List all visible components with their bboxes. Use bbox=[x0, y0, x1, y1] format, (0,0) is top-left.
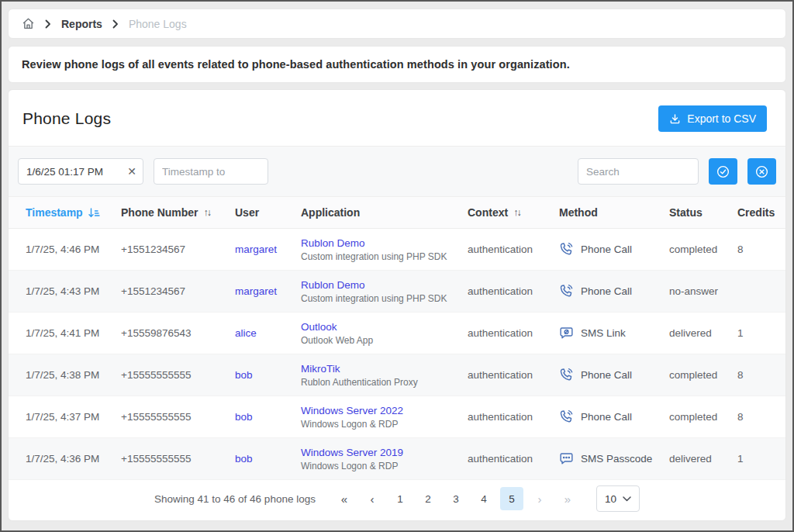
application-link[interactable]: Windows Server 2019 bbox=[301, 447, 403, 458]
application-subtitle: Custom integration using PHP SDK bbox=[301, 251, 468, 262]
method-label: Phone Call bbox=[581, 244, 632, 255]
sort-icon: ↑↓ bbox=[204, 207, 211, 218]
application-link[interactable]: MikroTik bbox=[301, 363, 340, 375]
column-label: Credits bbox=[737, 206, 775, 219]
credits-cell: 8 bbox=[737, 369, 773, 381]
column-label: Status bbox=[669, 206, 703, 219]
column-header-method: Method bbox=[559, 206, 669, 219]
column-label: Timestamp bbox=[26, 206, 83, 219]
application-link[interactable]: Outlook bbox=[301, 321, 337, 333]
panel-header: Phone Logs Export to CSV bbox=[9, 90, 785, 146]
application-cell: MikroTik Rublon Authentication Proxy bbox=[301, 363, 468, 388]
phone-number-cell: +1551234567 bbox=[121, 244, 235, 255]
application-link[interactable]: Rublon Demo bbox=[301, 237, 365, 249]
description-text: Review phone logs of all events related … bbox=[22, 58, 570, 71]
sms-passcode-icon bbox=[559, 451, 574, 466]
chevron-right-icon bbox=[45, 19, 51, 29]
credits-cell: 1 bbox=[737, 453, 773, 465]
method-cell: Phone Call bbox=[559, 409, 669, 424]
credits-cell: 1 bbox=[737, 327, 773, 339]
breadcrumb-item-reports[interactable]: Reports bbox=[61, 18, 102, 30]
user-link[interactable]: bob bbox=[235, 411, 253, 423]
method-label: SMS Passcode bbox=[581, 453, 652, 465]
application-link[interactable]: Rublon Demo bbox=[301, 279, 365, 291]
clear-icon[interactable]: ✕ bbox=[127, 166, 136, 177]
page-button-1[interactable]: 1 bbox=[388, 487, 412, 510]
column-header-application: Application bbox=[301, 206, 468, 219]
method-label: Phone Call bbox=[581, 285, 632, 297]
user-link[interactable]: margaret bbox=[235, 285, 277, 297]
export-button-label: Export to CSV bbox=[687, 112, 756, 125]
timestamp-cell: 1/7/25, 4:43 PM bbox=[26, 285, 121, 297]
user-cell: margaret bbox=[235, 285, 301, 297]
column-header-user: User bbox=[235, 206, 301, 219]
context-cell: authentication bbox=[468, 411, 559, 423]
phone-call-icon bbox=[559, 284, 574, 299]
page-button-4[interactable]: 4 bbox=[472, 487, 495, 510]
page-title: Phone Logs bbox=[22, 109, 111, 128]
method-cell: Phone Call bbox=[559, 284, 669, 299]
chevron-right-icon bbox=[112, 19, 119, 29]
context-cell: authentication bbox=[468, 453, 559, 465]
column-header-timestamp[interactable]: Timestamp bbox=[26, 206, 121, 219]
status-cell: delivered bbox=[669, 453, 737, 465]
user-cell: bob bbox=[235, 453, 301, 465]
status-cell: completed bbox=[669, 244, 737, 255]
table-row: 1/7/25, 4:36 PM +15555555555 bob Windows… bbox=[9, 438, 785, 480]
user-link[interactable]: bob bbox=[235, 453, 253, 465]
timestamp-to-input[interactable] bbox=[154, 158, 268, 185]
sort-icon: ↑↓ bbox=[513, 207, 520, 218]
column-header-context[interactable]: Context ↑↓ bbox=[468, 206, 559, 219]
user-link[interactable]: bob bbox=[235, 369, 253, 381]
timestamp-cell: 1/7/25, 4:46 PM bbox=[26, 244, 121, 255]
application-cell: Windows Server 2019 Windows Logon & RDP bbox=[301, 447, 468, 472]
pager: « ‹ 12345 › » bbox=[333, 487, 579, 510]
credits-cell: 8 bbox=[737, 411, 773, 423]
user-cell: bob bbox=[235, 411, 301, 423]
page-button-3[interactable]: 3 bbox=[444, 487, 468, 510]
first-page-button[interactable]: « bbox=[333, 487, 356, 510]
column-label: Method bbox=[559, 206, 598, 219]
method-cell: Phone Call bbox=[559, 242, 669, 257]
breadcrumb: Reports Phone Logs bbox=[8, 9, 786, 39]
user-link[interactable]: alice bbox=[235, 327, 257, 339]
application-link[interactable]: Windows Server 2022 bbox=[301, 405, 403, 416]
timestamp-to-wrap bbox=[154, 158, 268, 185]
timestamp-from-input[interactable] bbox=[18, 158, 143, 185]
phone-call-icon bbox=[559, 242, 574, 257]
credits-cell: 8 bbox=[737, 244, 773, 255]
phone-number-cell: +15559876543 bbox=[121, 327, 235, 339]
home-icon[interactable] bbox=[22, 17, 35, 30]
user-cell: bob bbox=[235, 369, 301, 381]
phone-call-icon bbox=[559, 409, 574, 424]
next-page-button[interactable]: › bbox=[528, 487, 551, 510]
page-size-select[interactable]: 10 bbox=[596, 485, 640, 512]
table-row: 1/7/25, 4:38 PM +15555555555 bob MikroTi… bbox=[9, 354, 785, 396]
phone-number-cell: +1551234567 bbox=[121, 285, 235, 297]
clear-filters-button[interactable] bbox=[747, 158, 776, 185]
application-cell: Windows Server 2022 Windows Logon & RDP bbox=[301, 405, 468, 430]
page-button-2[interactable]: 2 bbox=[416, 487, 440, 510]
status-cell: completed bbox=[669, 411, 737, 423]
breadcrumb-item-phone-logs: Phone Logs bbox=[129, 18, 187, 30]
apply-filters-button[interactable] bbox=[709, 158, 737, 185]
user-link[interactable]: margaret bbox=[235, 244, 277, 255]
page-button-5[interactable]: 5 bbox=[500, 487, 523, 510]
method-label: SMS Link bbox=[581, 327, 626, 339]
context-cell: authentication bbox=[468, 369, 559, 381]
user-cell: margaret bbox=[235, 244, 301, 255]
last-page-button[interactable]: » bbox=[556, 487, 579, 510]
application-cell: Rublon Demo Custom integration using PHP… bbox=[301, 237, 468, 262]
prev-page-button[interactable]: ‹ bbox=[361, 487, 384, 510]
export-to-csv-button[interactable]: Export to CSV bbox=[658, 105, 767, 132]
method-cell: SMS Passcode bbox=[559, 451, 669, 466]
search-input[interactable] bbox=[578, 158, 699, 185]
sms-link-icon bbox=[559, 326, 574, 340]
table-row: 1/7/25, 4:41 PM +15559876543 alice Outlo… bbox=[9, 313, 785, 354]
download-icon bbox=[669, 113, 681, 125]
timestamp-cell: 1/7/25, 4:36 PM bbox=[26, 453, 121, 465]
search-wrap bbox=[578, 158, 699, 185]
column-header-phone-number[interactable]: Phone Number ↑↓ bbox=[121, 206, 235, 219]
method-cell: SMS Link bbox=[559, 326, 669, 340]
phone-number-cell: +15555555555 bbox=[121, 411, 235, 423]
